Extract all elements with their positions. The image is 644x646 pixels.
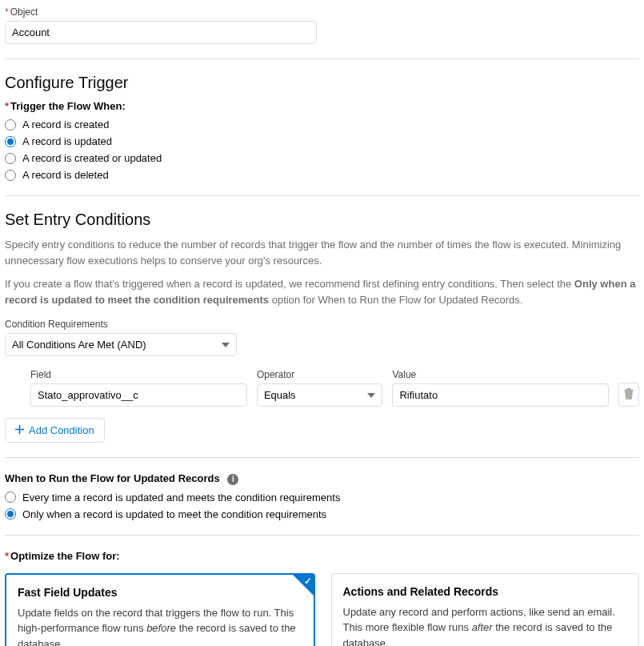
condition-requirements-label: Condition Requirements	[5, 319, 639, 330]
trigger-radio-group: A record is created A record is updated …	[5, 118, 639, 181]
add-condition-button[interactable]: Add Condition	[5, 418, 105, 443]
object-input[interactable]	[5, 21, 317, 44]
configure-trigger-title: Configure Trigger	[5, 74, 639, 92]
condition-operator-label: Operator	[257, 369, 383, 380]
card-description: Update any record and perform actions, l…	[343, 604, 628, 646]
radio-label: A record is created or updated	[22, 152, 162, 164]
required-star: *	[5, 550, 9, 562]
divider	[5, 195, 639, 196]
entry-conditions-help2: If you create a flow that's triggered wh…	[5, 276, 639, 307]
radio-icon	[5, 136, 16, 147]
entry-conditions-help1: Specify entry conditions to reduce the n…	[5, 237, 639, 268]
radio-icon	[5, 508, 16, 520]
entry-conditions-title: Set Entry Conditions	[5, 211, 639, 229]
object-label: *Object	[5, 6, 639, 18]
when-to-run-only[interactable]: Only when a record is updated to meet th…	[5, 508, 639, 520]
add-condition-label: Add Condition	[29, 424, 94, 436]
info-icon[interactable]: i	[227, 474, 238, 485]
trigger-option-deleted[interactable]: A record is deleted	[5, 169, 639, 181]
radio-label: Only when a record is updated to meet th…	[22, 508, 326, 520]
radio-icon	[5, 492, 16, 503]
radio-label: A record is deleted	[22, 169, 109, 181]
condition-value-label: Value	[392, 369, 609, 380]
trigger-when-text: Trigger the Flow When:	[10, 100, 126, 112]
trigger-when-label: *Trigger the Flow When:	[5, 100, 639, 112]
chevron-down-icon	[367, 393, 375, 398]
card-title: Actions and Related Records	[343, 585, 628, 598]
condition-field-label: Field	[30, 369, 247, 380]
divider	[5, 457, 639, 458]
when-to-run-heading: When to Run the Flow for Updated Records…	[5, 472, 639, 485]
help2-post: option for When to Run the Flow for Upda…	[269, 294, 522, 306]
radio-label: Every time a record is updated and meets…	[22, 492, 340, 504]
optimize-cards: Fast Field Updates Update fields on the …	[5, 573, 639, 646]
object-label-text: Object	[10, 6, 38, 18]
select-value: Equals	[264, 389, 296, 401]
when-to-run-radio-group: Every time a record is updated and meets…	[5, 492, 639, 520]
required-star: *	[5, 6, 9, 18]
delete-condition-button[interactable]	[618, 383, 639, 407]
help2-pre: If you create a flow that's triggered wh…	[5, 278, 574, 290]
plus-icon	[15, 424, 24, 436]
when-to-run-every[interactable]: Every time a record is updated and meets…	[5, 492, 639, 504]
check-icon	[293, 575, 314, 596]
divider	[5, 535, 639, 536]
condition-field-input[interactable]	[30, 383, 247, 407]
chevron-down-icon	[222, 343, 230, 347]
trigger-option-created-or-updated[interactable]: A record is created or updated	[5, 152, 639, 164]
condition-value-input[interactable]	[392, 383, 609, 407]
trigger-option-updated[interactable]: A record is updated	[5, 135, 639, 147]
card-title: Fast Field Updates	[18, 586, 302, 599]
optimize-heading: *Optimize the Flow for:	[5, 550, 639, 562]
radio-icon	[5, 170, 16, 181]
optimize-card-fast[interactable]: Fast Field Updates Update fields on the …	[5, 573, 315, 646]
required-star: *	[5, 100, 9, 112]
card-description: Update fields on the record that trigger…	[18, 605, 302, 646]
when-to-run-text: When to Run the Flow for Updated Records	[5, 472, 220, 484]
condition-operator-select[interactable]: Equals	[257, 383, 383, 407]
trash-icon	[624, 388, 634, 402]
condition-requirements-select[interactable]: All Conditions Are Met (AND)	[5, 333, 237, 356]
optimize-heading-text: Optimize the Flow for:	[10, 550, 120, 562]
desc-em: before	[146, 622, 176, 634]
radio-icon	[5, 119, 16, 130]
radio-icon	[5, 153, 16, 164]
optimize-card-actions[interactable]: Actions and Related Records Update any r…	[331, 573, 640, 646]
radio-label: A record is updated	[22, 135, 112, 147]
divider	[5, 58, 639, 59]
radio-label: A record is created	[22, 118, 109, 130]
condition-row: Field Operator Equals Value	[30, 369, 639, 407]
trigger-option-created[interactable]: A record is created	[5, 118, 639, 130]
select-value: All Conditions Are Met (AND)	[12, 339, 146, 351]
desc-em: after	[472, 621, 493, 633]
